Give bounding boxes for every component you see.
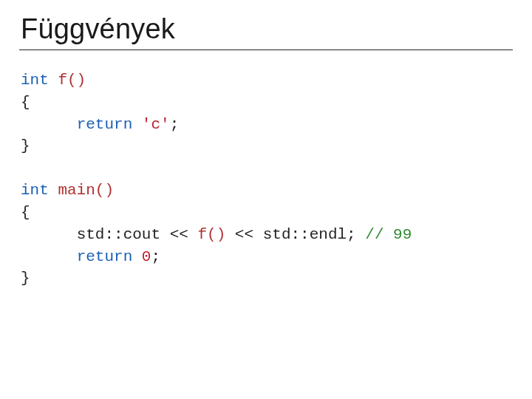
comment: // 99 <box>365 226 412 243</box>
func-f-decl: f() <box>49 72 86 89</box>
brace-open: { <box>21 94 30 111</box>
cout-expr-a: std::cout << <box>77 226 198 243</box>
keyword-int: int <box>21 182 49 199</box>
brace-close: } <box>21 270 30 287</box>
keyword-return: return <box>77 116 133 133</box>
slide: Függvények int f() { return 'c'; } int m… <box>0 0 532 399</box>
brace-close: } <box>21 137 30 154</box>
func-main-decl: main() <box>49 182 114 199</box>
keyword-return: return <box>77 248 133 265</box>
cout-expr-b: << std::endl; <box>225 226 365 243</box>
space <box>132 116 142 133</box>
func-f-call: f() <box>197 226 225 243</box>
semicolon: ; <box>170 116 180 133</box>
number-literal: 0 <box>142 248 151 265</box>
title-underline <box>19 50 513 50</box>
char-literal: 'c' <box>142 116 170 133</box>
semicolon: ; <box>151 248 160 265</box>
space <box>132 248 142 265</box>
brace-open: { <box>21 204 30 221</box>
code-block: int f() { return 'c'; } int main() { std… <box>21 69 511 290</box>
page-title: Függvények <box>21 13 511 45</box>
keyword-int: int <box>21 72 49 89</box>
